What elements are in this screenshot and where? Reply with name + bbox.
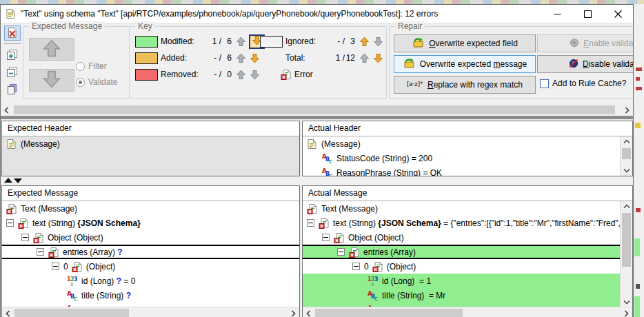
scroll-left-button[interactable] [303,307,314,317]
maximize-button[interactable] [572,5,603,23]
added-prev-button[interactable] [235,52,247,64]
scroll-thumb[interactable] [622,148,631,159]
tree-row[interactable]: (Message) [2,136,299,151]
key-row-ignored: Ignored: - / 3 [260,34,386,48]
tree-row[interactable]: Object (Object) [303,230,621,245]
modified-prev-button[interactable] [235,36,247,48]
collapse-toggle-icon[interactable] [352,263,360,270]
tree-row[interactable]: text (String) {JSON Schema} = {"entries"… [303,216,621,230]
scroll-down-button[interactable] [621,297,632,307]
ignored-next-button[interactable] [372,36,384,48]
scroll-right-button[interactable] [288,307,299,317]
collapse-toggle-icon[interactable] [37,248,44,256]
disable-validation-button[interactable]: Disable validation [537,55,634,73]
svg-text:C: C [329,159,332,164]
tree-row[interactable]: ABCtitle (String) = Mr [303,288,621,303]
expected-message-group: Expected Message Filter Validate [23,26,130,99]
tree-row[interactable]: 0(Object) [303,259,621,274]
scroll-thumb[interactable] [622,213,631,267]
tree-row[interactable]: entries (Array) [303,245,621,259]
node-label: Object (Object) [48,233,103,243]
tree-row[interactable]: Text (Message) [303,201,621,216]
collapse-toggle-icon[interactable] [322,234,330,241]
scroll-thumb[interactable] [14,309,129,317]
collapse-toggle-icon[interactable] [21,234,29,241]
scroll-thumb[interactable] [315,309,463,317]
regex-icon: [a·z]* [407,80,423,90]
tree-row[interactable]: 1238id (Long) ? = 0 [2,274,299,288]
node-label: entries (Array) [363,247,416,257]
collapse-all-icon[interactable] [5,65,20,79]
actual-header-tree: (Message)ABCStatusCode (String) = 200ABC… [303,136,621,176]
previous-difference-button[interactable] [29,38,74,61]
overwrite-expected-field-button[interactable]: Overwrite expected field [394,34,536,52]
tree-row[interactable]: ABCStatusCode (String) = 200 [303,151,621,165]
horizontal-scrollbar[interactable] [2,307,299,317]
scroll-thumb[interactable] [14,105,615,114]
tree-row[interactable]: 1238id (Long) = 1 [303,274,621,288]
node-label: ReasonPhrase (String) = OK [336,168,442,176]
group-label: Key [135,21,155,31]
tree-row[interactable]: (Message) [303,136,621,151]
tree-row[interactable]: Text (Message) [2,201,299,216]
scroll-down-button[interactable] [621,165,632,176]
collapse-toggle-icon[interactable] [337,248,345,256]
messages-row: Expected Message Text (Message)text (Str… [1,184,633,317]
node-label: Text (Message) [321,204,378,214]
collapse-toggle-icon[interactable] [6,219,14,227]
tree-row[interactable]: entries (Array) ? [2,245,299,259]
total-next-button[interactable] [372,52,384,64]
array-index-label: 0 [364,262,369,272]
overwrite-expected-message-button[interactable]: Overwrite expected message [394,55,536,73]
expand-all-icon[interactable] [5,48,20,62]
top-horizontal-scrollbar[interactable] [1,104,633,116]
scroll-right-button[interactable] [621,307,632,317]
scroll-left-button[interactable] [2,307,14,317]
horizontal-scrollbar[interactable] [303,307,632,317]
tree-row[interactable]: 0(Object) [2,259,299,274]
expected-message-tree: Text (Message)text (String) {JSON Schema… [2,201,299,307]
collapse-up-icon[interactable] [4,178,12,183]
add-to-rule-cache-checkbox[interactable]: Add to Rule Cache? [540,79,626,88]
collapse-down-icon[interactable] [14,178,22,183]
removed-count: - / [203,70,221,79]
node-label: id (Long) ? = 0 [81,276,135,286]
collapse-toggle-icon[interactable] [52,263,59,270]
ignored-count: - / [327,37,345,46]
tree-row[interactable]: ABCReasonPhrase (String) = OK [303,165,621,176]
error-doc-icon [334,232,345,243]
collapse-toggle-icon[interactable] [307,219,314,227]
removed-prev-button[interactable] [235,69,247,81]
panel-splitter[interactable] [1,176,633,184]
vertical-scrollbar[interactable] [620,201,632,307]
tree-row[interactable]: ABCtitle (String) ? [2,288,299,303]
filter-radio[interactable]: Filter [76,61,107,71]
scroll-up-button[interactable] [621,201,632,212]
ignored-prev-button[interactable] [359,36,370,48]
toolbar-separator [4,43,21,44]
minimize-button[interactable] [542,5,572,23]
vertical-scrollbar[interactable] [620,136,632,176]
next-difference-button[interactable] [29,69,74,92]
key-row-added: Added: - / 6 [135,51,263,65]
actual-header-title: Actual Header [303,121,632,136]
replace-with-regex-button[interactable]: [a·z]* Replace with regex match [394,76,536,94]
background-fragment [635,123,641,128]
down-arrow-icon [39,70,64,90]
scroll-up-button[interactable] [621,136,632,147]
tree-row[interactable]: text (String) {JSON Schema} [2,216,299,230]
close-comparison-icon[interactable] [5,26,20,40]
validate-radio[interactable]: Validate [76,77,117,87]
enable-validation-button: Enable validation [537,34,634,52]
svg-text:8: 8 [371,282,374,287]
close-button[interactable] [603,5,633,23]
svg-text:3: 3 [374,276,379,283]
tree-row[interactable]: Object (Object) [2,230,299,245]
scroll-right-button[interactable] [621,104,633,116]
removed-next-button[interactable] [249,69,261,81]
scroll-left-button[interactable] [1,104,12,116]
added-next-button[interactable] [249,52,261,64]
copy-icon[interactable] [5,83,20,96]
node-label: id (Long) = 1 [382,276,431,286]
total-prev-button[interactable] [359,52,370,64]
